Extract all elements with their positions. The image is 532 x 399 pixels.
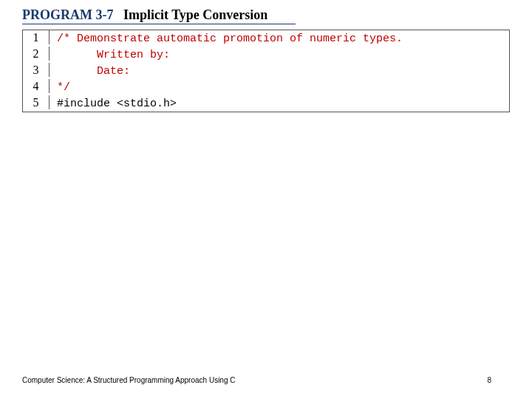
code-line: 1 /* Demonstrate automatic promotion of … <box>23 30 509 47</box>
line-number: 4 <box>23 79 50 93</box>
code-text: /* Demonstrate automatic promotion of nu… <box>50 33 403 45</box>
line-number: 5 <box>23 95 50 109</box>
code-line: 3 Date: <box>23 63 509 79</box>
code-listing: 1 /* Demonstrate automatic promotion of … <box>22 30 510 112</box>
footer-text: Computer Science: A Structured Programmi… <box>22 376 235 384</box>
code-line: 2 Written by: <box>23 47 509 63</box>
line-number: 2 <box>23 47 50 61</box>
code-line: 4 */ <box>23 79 509 95</box>
header-underline <box>22 24 296 24</box>
page-number: 8 <box>487 376 491 384</box>
program-label: PROGRAM 3-7 <box>22 7 113 22</box>
program-header: PROGRAM 3-7 Implicit Type Conversion <box>22 7 267 23</box>
code-text: */ <box>50 81 70 94</box>
code-text: Date: <box>50 65 130 78</box>
code-line: 5 #include <stdio.h> <box>23 95 509 112</box>
line-number: 3 <box>23 63 50 77</box>
line-number: 1 <box>23 30 50 44</box>
code-text: #include <stdio.h> <box>50 98 177 110</box>
program-title: Implicit Type Conversion <box>123 7 267 22</box>
code-text: Written by: <box>50 49 170 61</box>
